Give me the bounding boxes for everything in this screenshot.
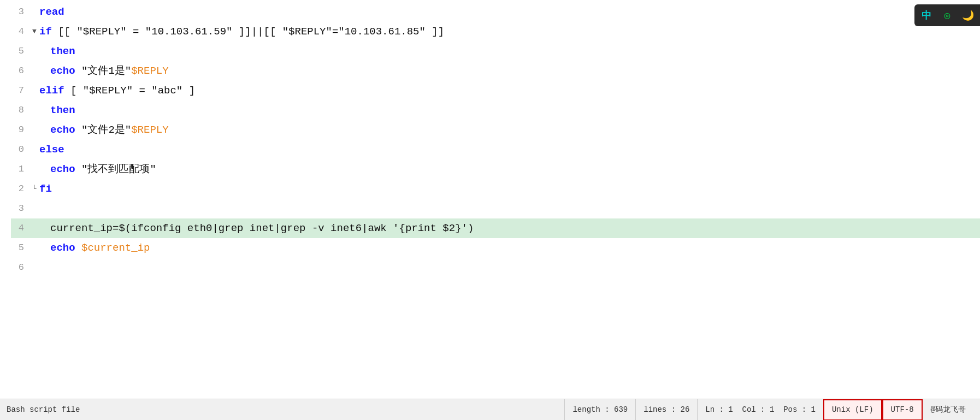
- line-11: 1 echo "找不到匹配项": [11, 159, 980, 179]
- line-4: 4 ▼ if [[ "$REPLY" = "10.103.61.59" ]]||…: [11, 22, 980, 42]
- line-content-8: then: [39, 100, 980, 120]
- line-num-3: 3: [11, 2, 31, 22]
- line-14: 4 current_ip=$(ifconfig eth0|grep inet|g…: [11, 218, 980, 238]
- line-content-11: echo "找不到匹配项": [39, 159, 980, 179]
- status-left: Bash script file: [7, 405, 564, 414]
- line-ending-section[interactable]: Unix (LF): [823, 399, 882, 421]
- username-label: @码龙飞哥: [931, 405, 966, 415]
- fold-icon-14: [31, 224, 38, 232]
- line-10: 0 else: [11, 140, 980, 159]
- code-area: 3 read 4 ▼ if [[ "$REPLY" = "10.103.61.5…: [0, 0, 980, 280]
- line-num-15: 5: [11, 238, 31, 258]
- toolbar: 中 ◎ 🌙: [914, 4, 980, 26]
- fold-icon-4[interactable]: ▼: [31, 28, 38, 36]
- line-content-5: then: [39, 42, 980, 61]
- fold-icon-3: [31, 8, 38, 16]
- position-section: Ln : 1 Col : 1 Pos : 1: [697, 399, 823, 421]
- line-9: 9 echo "文件2是"$REPLY: [11, 120, 980, 140]
- line-num-12: 2: [11, 179, 31, 199]
- fold-icon-6: [31, 67, 38, 75]
- line-content-4: if [[ "$REPLY" = "10.103.61.59" ]]||[[ "…: [39, 22, 980, 42]
- line-content-9: echo "文件2是"$REPLY: [39, 120, 980, 140]
- col-label: Col : 1: [742, 405, 775, 414]
- fold-icon-13: [31, 205, 38, 212]
- length-section: length : 639: [564, 399, 635, 421]
- line-ending-label: Unix (LF): [832, 405, 873, 414]
- moon-btn[interactable]: 🌙: [959, 7, 977, 24]
- line-num-5: 5: [11, 42, 31, 61]
- line-num-11: 1: [11, 159, 31, 179]
- pos-label: Pos : 1: [783, 405, 816, 414]
- length-label: length : 639: [572, 405, 628, 414]
- line-num-7: 7: [11, 81, 31, 100]
- fold-icon-16: [31, 264, 38, 271]
- file-type-label: Bash script file: [7, 405, 80, 414]
- fold-icon-8: [31, 107, 38, 114]
- line-3: 3 read: [11, 2, 980, 22]
- username-section: @码龙飞哥: [923, 399, 973, 421]
- status-right: length : 639 lines : 26 Ln : 1 Col : 1 P…: [564, 399, 973, 421]
- line-15: 5 echo $current_ip: [11, 238, 980, 258]
- fold-icon-11: [31, 165, 38, 173]
- line-16: 6: [11, 258, 980, 277]
- fold-icon-12: └: [31, 185, 38, 193]
- fold-icon-10: [31, 146, 38, 153]
- line-5: 5 then: [11, 42, 980, 61]
- line-num-8: 8: [11, 100, 31, 120]
- editor-container: 3 read 4 ▼ if [[ "$REPLY" = "10.103.61.5…: [0, 0, 980, 399]
- lines-section: lines : 26: [635, 399, 697, 421]
- line-num-9: 9: [11, 120, 31, 140]
- lines-label: lines : 26: [644, 405, 689, 414]
- line-num-4: 4: [11, 22, 31, 42]
- encoding-label: UTF-8: [891, 405, 914, 414]
- line-content-3: read: [39, 2, 980, 22]
- line-num-10: 0: [11, 140, 31, 159]
- fold-icon-15: [31, 244, 38, 252]
- line-num-14: 4: [11, 218, 31, 238]
- line-13: 3: [11, 199, 980, 218]
- line-7: 7 elif [ "$REPLY" = "abc" ]: [11, 81, 980, 100]
- fold-icon-7: [31, 87, 38, 94]
- circle-btn[interactable]: ◎: [938, 7, 956, 24]
- status-bar: Bash script file length : 639 lines : 26…: [0, 399, 980, 420]
- line-6: 6 echo "文件1是"$REPLY: [11, 61, 980, 81]
- line-content-15: echo $current_ip: [39, 238, 980, 258]
- line-content-6: echo "文件1是"$REPLY: [39, 61, 980, 81]
- line-content-12: fi: [39, 179, 980, 199]
- line-content-14: current_ip=$(ifconfig eth0|grep inet|gre…: [39, 218, 980, 238]
- line-content-10: else: [39, 140, 980, 159]
- line-12: 2 └ fi: [11, 179, 980, 199]
- ln-label: Ln : 1: [705, 405, 733, 414]
- fold-icon-5: [31, 48, 38, 55]
- fold-icon-9: [31, 126, 38, 134]
- chinese-btn[interactable]: 中: [918, 7, 935, 24]
- line-8: 8 then: [11, 100, 980, 120]
- line-content-7: elif [ "$REPLY" = "abc" ]: [39, 81, 980, 100]
- line-num-13: 3: [11, 199, 31, 218]
- encoding-section[interactable]: UTF-8: [882, 399, 923, 421]
- line-num-16: 6: [11, 258, 31, 277]
- line-num-6: 6: [11, 61, 31, 81]
